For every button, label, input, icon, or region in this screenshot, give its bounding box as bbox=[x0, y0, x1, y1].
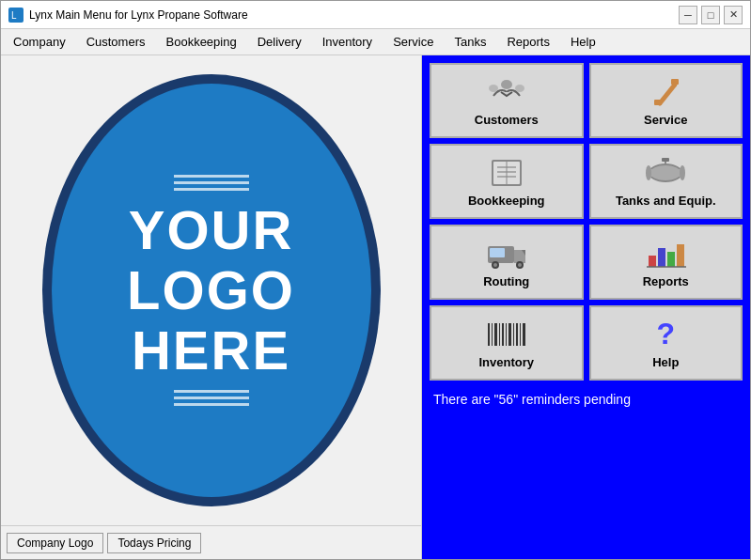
svg-rect-29 bbox=[667, 252, 675, 267]
svg-rect-30 bbox=[677, 244, 684, 267]
question-icon: ? bbox=[643, 318, 688, 351]
tank-icon bbox=[643, 156, 688, 190]
routing-label: Routing bbox=[483, 274, 529, 288]
svg-point-4 bbox=[515, 85, 524, 92]
svg-point-26 bbox=[518, 263, 522, 267]
wrench-icon bbox=[643, 75, 688, 109]
reports-label: Reports bbox=[643, 274, 689, 288]
tanks-button[interactable]: Tanks and Equip. bbox=[589, 144, 743, 219]
svg-point-17 bbox=[680, 165, 685, 180]
svg-text:L: L bbox=[11, 10, 17, 21]
maximize-button[interactable]: □ bbox=[701, 6, 720, 24]
grid-buttons: Customers Service bbox=[430, 63, 743, 381]
svg-rect-32 bbox=[488, 323, 490, 346]
bottom-buttons: Company Logo Todays Pricing bbox=[1, 525, 421, 559]
logo-line-4 bbox=[174, 390, 249, 393]
service-button[interactable]: Service bbox=[589, 63, 743, 138]
menu-customers[interactable]: Customers bbox=[76, 31, 156, 53]
right-panel: Customers Service bbox=[422, 55, 750, 559]
svg-rect-41 bbox=[520, 323, 521, 346]
window-title: Lynx Main Menu for Lynx Propane Software bbox=[29, 8, 673, 22]
menu-reports[interactable]: Reports bbox=[496, 31, 560, 53]
customers-button[interactable]: Customers bbox=[430, 63, 584, 138]
svg-line-6 bbox=[660, 85, 675, 103]
svg-rect-39 bbox=[513, 323, 514, 346]
menu-tanks[interactable]: Tanks bbox=[444, 31, 496, 53]
todays-pricing-button[interactable]: Todays Pricing bbox=[107, 533, 201, 553]
barcode-icon bbox=[484, 318, 529, 351]
svg-rect-22 bbox=[490, 248, 505, 257]
svg-point-2 bbox=[501, 80, 512, 89]
logo-area: YOUR LOGO HERE bbox=[1, 55, 421, 525]
svg-rect-28 bbox=[658, 248, 665, 267]
left-panel: YOUR LOGO HERE Company Logo To bbox=[1, 55, 422, 559]
handshake-icon bbox=[484, 75, 529, 109]
main-content: YOUR LOGO HERE Company Logo To bbox=[1, 55, 750, 559]
menu-service[interactable]: Service bbox=[383, 31, 444, 53]
menu-delivery[interactable]: Delivery bbox=[247, 31, 312, 53]
titlebar: L Lynx Main Menu for Lynx Propane Softwa… bbox=[1, 1, 750, 29]
routing-button[interactable]: Routing bbox=[430, 225, 584, 300]
menu-help[interactable]: Help bbox=[560, 31, 606, 53]
svg-rect-16 bbox=[649, 169, 682, 177]
logo-lines-top bbox=[174, 175, 249, 191]
menu-bookkeeping[interactable]: Bookkeeping bbox=[156, 31, 247, 53]
help-button[interactable]: ? Help bbox=[589, 305, 743, 381]
svg-rect-20 bbox=[662, 158, 669, 162]
logo-line-5 bbox=[174, 397, 249, 399]
logo-outer-circle: YOUR LOGO HERE bbox=[42, 74, 381, 506]
menu-inventory[interactable]: Inventory bbox=[312, 31, 383, 53]
main-window: L Lynx Main Menu for Lynx Propane Softwa… bbox=[0, 0, 751, 560]
service-label: Service bbox=[644, 113, 687, 127]
svg-rect-36 bbox=[502, 323, 504, 346]
svg-rect-34 bbox=[494, 323, 497, 346]
app-icon: L bbox=[8, 8, 23, 23]
reminder-text: There are "56" reminders pending bbox=[430, 386, 743, 412]
svg-rect-38 bbox=[508, 323, 511, 346]
svg-rect-40 bbox=[516, 323, 518, 346]
logo-line-2 bbox=[174, 181, 249, 184]
chart-icon bbox=[643, 237, 688, 271]
bookkeeping-button[interactable]: Bookkeeping bbox=[430, 144, 584, 219]
svg-rect-27 bbox=[649, 256, 656, 267]
logo-line-6 bbox=[174, 403, 249, 406]
svg-rect-33 bbox=[492, 323, 493, 346]
svg-point-24 bbox=[493, 263, 497, 267]
logo-line-1 bbox=[174, 175, 249, 178]
menubar: Company Customers Bookkeeping Delivery I… bbox=[1, 29, 750, 55]
logo-inner-circle: YOUR LOGO HERE bbox=[52, 84, 371, 497]
reports-button[interactable]: Reports bbox=[589, 225, 743, 300]
logo-line-here: HERE bbox=[127, 320, 295, 381]
svg-rect-7 bbox=[654, 100, 662, 105]
logo-lines-bottom bbox=[174, 390, 249, 406]
logo-line-your: YOUR bbox=[127, 200, 295, 260]
logo-line-logo: LOGO bbox=[127, 260, 295, 320]
company-logo-button[interactable]: Company Logo bbox=[7, 533, 103, 553]
close-button[interactable]: ✕ bbox=[724, 6, 743, 24]
bookkeeping-label: Bookkeeping bbox=[468, 194, 545, 208]
help-label: Help bbox=[652, 355, 679, 369]
logo-line-3 bbox=[174, 188, 249, 191]
book-icon bbox=[484, 156, 529, 190]
svg-point-18 bbox=[646, 165, 651, 180]
inventory-button[interactable]: Inventory bbox=[430, 305, 584, 381]
minimize-button[interactable]: ─ bbox=[679, 6, 697, 24]
svg-rect-35 bbox=[499, 323, 500, 346]
svg-rect-42 bbox=[523, 323, 525, 346]
truck-icon bbox=[484, 237, 529, 271]
svg-point-3 bbox=[489, 85, 498, 92]
menu-company[interactable]: Company bbox=[3, 31, 76, 53]
inventory-label: Inventory bbox=[478, 355, 534, 369]
svg-rect-37 bbox=[506, 323, 507, 346]
tanks-label: Tanks and Equip. bbox=[616, 194, 716, 208]
window-controls: ─ □ ✕ bbox=[679, 6, 743, 24]
logo-text: YOUR LOGO HERE bbox=[127, 200, 295, 380]
customers-label: Customers bbox=[475, 113, 539, 127]
